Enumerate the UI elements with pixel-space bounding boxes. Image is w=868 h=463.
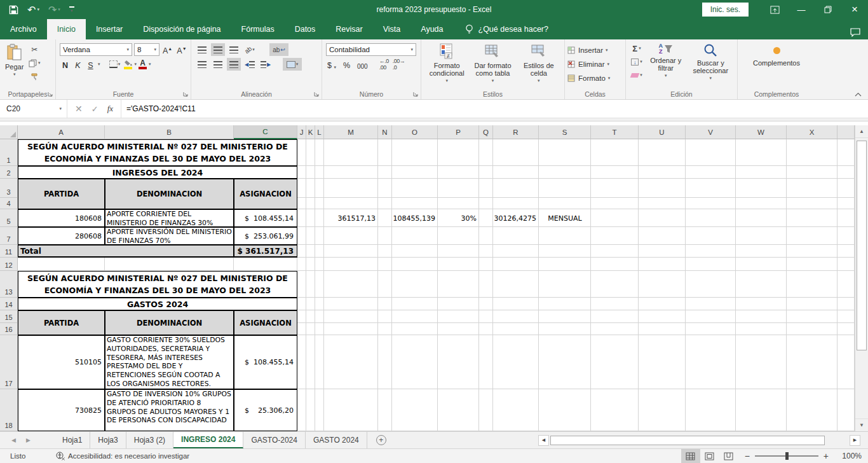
grid-cell[interactable]: [837, 389, 855, 431]
grid-cell[interactable]: [837, 166, 855, 179]
row-header[interactable]: 13: [0, 271, 18, 298]
grid-cell[interactable]: [297, 271, 306, 298]
grid-cell[interactable]: [315, 323, 324, 335]
grid-cell[interactable]: [591, 271, 639, 298]
grid-cell[interactable]: [479, 245, 493, 258]
grid-cell[interactable]: [392, 245, 438, 258]
grid-cell[interactable]: [736, 245, 787, 258]
clear-icon[interactable]: ▾: [628, 69, 645, 81]
grid-cell[interactable]: [686, 227, 736, 245]
align-middle-icon[interactable]: [211, 43, 225, 56]
grid-cell[interactable]: [297, 179, 306, 198]
orientation-icon[interactable]: ab▾: [243, 43, 257, 56]
grid-cell[interactable]: [539, 335, 591, 389]
align-center-icon[interactable]: [211, 58, 225, 71]
grid-cell[interactable]: [787, 227, 837, 245]
minimize-button[interactable]: —: [788, 0, 815, 19]
decrease-decimal-icon[interactable]: .00→.0: [393, 58, 405, 71]
ribbon-display-options-icon[interactable]: [761, 0, 788, 19]
column-header[interactable]: A: [18, 125, 105, 139]
column-header[interactable]: X: [787, 125, 837, 139]
page-layout-view-icon[interactable]: [700, 449, 719, 463]
grid-cell[interactable]: [315, 166, 324, 179]
horizontal-scroll-thumb[interactable]: [550, 436, 825, 445]
grid-cell[interactable]: [493, 310, 539, 323]
grid-cell[interactable]: [306, 139, 315, 166]
grid-cell[interactable]: [479, 166, 493, 179]
grid-cell[interactable]: [438, 335, 479, 389]
grid-cell[interactable]: [438, 227, 479, 245]
column-header[interactable]: B: [105, 125, 234, 139]
cell-pr[interactable]: 30%: [438, 209, 479, 227]
zoom-slider[interactable]: [755, 455, 818, 457]
grid-cell[interactable]: [686, 298, 736, 310]
grid-cell[interactable]: [438, 245, 479, 258]
row-header[interactable]: 5: [0, 209, 18, 227]
grid-cell[interactable]: [736, 271, 787, 298]
grid-cell[interactable]: [591, 227, 639, 245]
grid-cell[interactable]: [438, 389, 479, 431]
grid-cell[interactable]: [315, 198, 324, 209]
grid-cell[interactable]: [493, 323, 539, 335]
grid-cell[interactable]: [591, 258, 639, 271]
column-header[interactable]: J: [297, 125, 306, 139]
sheet-tab-hoja3[interactable]: Hoja3: [90, 432, 126, 448]
grid-cell[interactable]: [837, 323, 855, 335]
sort-filter-button[interactable]: AZ Ordenar y filtrar▾: [645, 42, 687, 83]
customize-qat-button[interactable]: ▾: [69, 6, 74, 13]
row-header[interactable]: 1: [0, 139, 18, 166]
grid-cell[interactable]: [297, 166, 306, 179]
scroll-left-icon[interactable]: ◀: [538, 435, 549, 446]
grow-font-button[interactable]: A▲: [161, 44, 173, 56]
bold-button[interactable]: N: [60, 59, 71, 71]
grid-cell[interactable]: [639, 209, 686, 227]
grid-cell[interactable]: [315, 335, 324, 389]
cell-hdr[interactable]: DENOMINACION: [105, 179, 234, 209]
cell-money[interactable]: $25.306,20: [234, 389, 297, 431]
dialog-launcher-icon[interactable]: [413, 92, 419, 97]
grid-cell[interactable]: [837, 271, 855, 298]
ribbon-tab-vista[interactable]: Vista: [373, 19, 411, 39]
accounting-format-icon[interactable]: $ ▾: [326, 59, 337, 71]
row-header[interactable]: 18: [0, 389, 18, 431]
row-header[interactable]: 2: [0, 166, 18, 179]
grid-cell[interactable]: [297, 245, 306, 258]
grid-cell[interactable]: [787, 245, 837, 258]
grid-cell[interactable]: [686, 258, 736, 271]
grid-cell[interactable]: [639, 166, 686, 179]
accessibility-status[interactable]: Accesibilidad: es necesario investigar: [56, 452, 189, 460]
decrease-indent-icon[interactable]: ◀: [243, 58, 257, 71]
grid-cell[interactable]: [736, 389, 787, 431]
grid-cell[interactable]: [306, 245, 315, 258]
close-button[interactable]: ×: [841, 0, 868, 19]
cell-hdr[interactable]: PARTIDA: [18, 179, 105, 209]
grid-cell[interactable]: [686, 179, 736, 198]
grid-cell[interactable]: [639, 298, 686, 310]
grid-cell[interactable]: [837, 335, 855, 389]
grid-cell[interactable]: [392, 335, 438, 389]
grid-cell[interactable]: [105, 258, 234, 271]
grid-cell[interactable]: [324, 166, 378, 179]
autosum-icon[interactable]: Σ▾: [628, 42, 645, 55]
conditional-formatting-button[interactable]: ≠ Formato condicional▾: [424, 42, 470, 86]
formula-input[interactable]: ='GASTO-2024'!C11: [121, 100, 868, 118]
grid-cell[interactable]: [306, 227, 315, 245]
grid-cell[interactable]: [438, 166, 479, 179]
grid-cell[interactable]: [479, 298, 493, 310]
grid-cell[interactable]: [736, 179, 787, 198]
grid-cell[interactable]: [324, 271, 378, 298]
cell-hdr[interactable]: ASIGNACION: [234, 179, 297, 209]
grid-cell[interactable]: [438, 179, 479, 198]
sheet-tab-gasto-2024b[interactable]: GASTO 2024: [306, 432, 367, 448]
dialog-launcher-icon[interactable]: [314, 92, 320, 97]
grid-cell[interactable]: [493, 271, 539, 298]
grid-cell[interactable]: [493, 335, 539, 389]
grid-cell[interactable]: [686, 389, 736, 431]
grid-cell[interactable]: [479, 209, 493, 227]
grid-cell[interactable]: [392, 166, 438, 179]
grid-cell[interactable]: [837, 245, 855, 258]
cell-money[interactable]: $253.061,99: [234, 227, 297, 245]
grid-cell[interactable]: [686, 139, 736, 166]
cell-hdr[interactable]: PARTIDA: [18, 310, 105, 335]
column-header[interactable]: R: [493, 125, 539, 139]
